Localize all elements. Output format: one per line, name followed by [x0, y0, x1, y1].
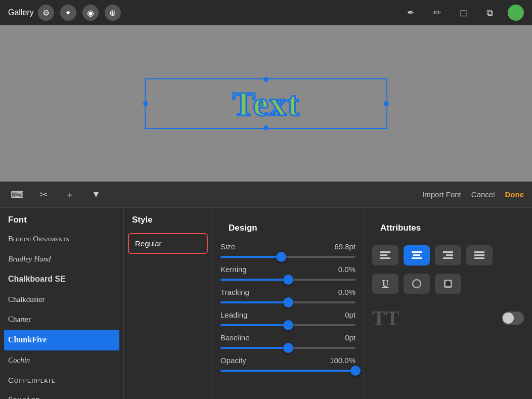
font-column-header: Font: [0, 208, 123, 229]
attributes-column-header: Attributes: [372, 216, 524, 237]
smudge-icon[interactable]: ◉: [82, 5, 99, 21]
slider-size[interactable]: [220, 254, 356, 262]
layers-icon[interactable]: ⧉: [481, 5, 498, 21]
bottom-toolbar: ⌨ ✂ ＋ ▼ Import Font Cancel Done: [0, 182, 532, 208]
format-row: U: [372, 274, 524, 294]
svg-rect-6: [443, 251, 453, 253]
design-column-header: Design: [220, 216, 356, 237]
font-item-bodoni-ornaments[interactable]: Bodoni Ornaments: [0, 229, 123, 249]
align-right-lines-button[interactable]: [435, 245, 461, 265]
canvas-text[interactable]: Text: [232, 84, 300, 124]
import-font-button[interactable]: Import Font: [422, 190, 461, 199]
svg-rect-8: [443, 257, 453, 259]
design-label-kerning: Kerning: [220, 265, 247, 274]
slider-tracking[interactable]: [220, 299, 356, 307]
keyboard-icon[interactable]: ⌨: [8, 186, 26, 204]
font-item-courier[interactable]: Courier: [0, 390, 123, 399]
design-row-tracking: Tracking0.0%: [220, 285, 356, 307]
pen-tool-icon[interactable]: ✒: [403, 5, 419, 21]
slider-opacity[interactable]: [220, 368, 356, 376]
font-item-chalkboard-se[interactable]: Chalkboard SE: [0, 269, 123, 290]
design-label-baseline: Baseline: [220, 333, 250, 342]
svg-rect-4: [413, 254, 420, 256]
tt-label: TT: [372, 306, 399, 330]
design-label-tracking: Tracking: [220, 288, 249, 296]
eraser-tool-icon[interactable]: ◻: [455, 5, 471, 21]
svg-rect-5: [412, 257, 422, 259]
svg-rect-7: [446, 254, 453, 256]
font-item-cochin[interactable]: Cochin: [0, 350, 123, 371]
svg-rect-0: [380, 251, 390, 253]
bottom-toolbar-left: ⌨ ✂ ＋ ▼: [8, 186, 105, 204]
color-picker[interactable]: [508, 5, 524, 21]
add-icon[interactable]: ＋: [61, 186, 79, 204]
design-value-size: 69.8pt: [325, 242, 356, 251]
handle-left[interactable]: [143, 101, 148, 106]
filled-button[interactable]: [435, 274, 461, 294]
text-selection-box: Text: [145, 78, 387, 129]
design-label-opacity: Opacity: [220, 356, 246, 365]
svg-rect-14: [446, 281, 451, 286]
align-left-lines-button[interactable]: [372, 245, 398, 265]
panel-content: Font Bodoni OrnamentsBradley HandChalkbo…: [0, 208, 532, 399]
svg-rect-2: [380, 257, 390, 259]
font-item-copperplate[interactable]: Copperplate: [0, 370, 123, 390]
brush-tool-icon[interactable]: ✏: [429, 5, 445, 21]
top-tools-left: ⚙ ✦ ◉ ⊕: [38, 5, 121, 21]
handle-right[interactable]: [384, 101, 389, 106]
paint-icon[interactable]: ✦: [60, 5, 76, 21]
svg-rect-9: [474, 251, 484, 253]
svg-rect-10: [474, 254, 484, 256]
toggle-knob: [503, 313, 514, 324]
font-item-bradley-hand[interactable]: Bradley Hand: [0, 249, 123, 270]
align-justify-lines-button[interactable]: [466, 245, 493, 265]
handle-top[interactable]: [263, 77, 269, 82]
top-toolbar: Gallery ⚙ ✦ ◉ ⊕ ✒ ✏ ◻ ⧉: [0, 0, 532, 25]
wrench-icon[interactable]: ⚙: [38, 5, 54, 21]
design-row-leading: Leading0pt: [220, 307, 356, 330]
design-label-leading: Leading: [220, 311, 247, 319]
selection-icon[interactable]: ⊕: [105, 5, 121, 21]
slider-leading[interactable]: [220, 322, 356, 330]
cancel-button[interactable]: Cancel: [471, 190, 495, 199]
design-row-opacity: Opacity100.0%: [220, 353, 356, 376]
attributes-column: Attributes U TT: [364, 208, 532, 399]
align-center-lines-button[interactable]: [404, 245, 430, 265]
design-row-kerning: Kerning0.0%: [220, 262, 356, 285]
scissors-icon[interactable]: ✂: [34, 186, 53, 204]
outline-button[interactable]: [404, 274, 430, 294]
design-value-opacity: 100.0%: [325, 356, 356, 365]
tt-toggle[interactable]: [502, 312, 524, 325]
design-value-kerning: 0.0%: [325, 265, 356, 274]
style-column: Style Regular: [124, 208, 212, 399]
font-item-charter[interactable]: Charter: [0, 309, 123, 330]
design-rows: Size69.8ptKerning0.0%Tracking0.0%Leading…: [220, 239, 356, 376]
canvas-area[interactable]: Text: [0, 25, 532, 182]
top-tools-right: ✒ ✏ ◻ ⧉: [403, 5, 524, 21]
style-item-regular[interactable]: Regular: [128, 233, 208, 254]
underline-button[interactable]: U: [372, 274, 398, 294]
style-column-header: Style: [124, 208, 212, 229]
bottom-panel: ⌨ ✂ ＋ ▼ Import Font Cancel Done Font Bod…: [0, 182, 532, 399]
gallery-button[interactable]: Gallery: [8, 8, 34, 17]
font-column: Font Bodoni OrnamentsBradley HandChalkbo…: [0, 208, 124, 399]
font-item-chunkfive[interactable]: ChunkFive: [4, 330, 119, 350]
svg-rect-3: [412, 251, 422, 253]
design-row-size: Size69.8pt: [220, 239, 356, 262]
design-row-baseline: Baseline0pt: [220, 330, 356, 353]
done-button[interactable]: Done: [505, 190, 524, 199]
alignment-row: [372, 245, 524, 265]
tt-row: TT: [372, 302, 524, 330]
handle-bottom[interactable]: [263, 125, 269, 130]
dropdown-icon[interactable]: ▼: [87, 186, 105, 204]
design-label-size: Size: [220, 242, 235, 251]
bottom-toolbar-right: Import Font Cancel Done: [422, 190, 524, 199]
design-value-tracking: 0.0%: [325, 288, 356, 296]
font-list[interactable]: Bodoni OrnamentsBradley HandChalkboard S…: [0, 229, 123, 399]
slider-baseline[interactable]: [220, 345, 356, 353]
design-value-leading: 0pt: [325, 311, 356, 319]
svg-rect-1: [380, 254, 387, 256]
slider-kerning[interactable]: [220, 277, 356, 285]
design-column: Design Size69.8ptKerning0.0%Tracking0.0%…: [212, 208, 364, 399]
font-item-chalkduster[interactable]: Chalkduster: [0, 290, 123, 310]
